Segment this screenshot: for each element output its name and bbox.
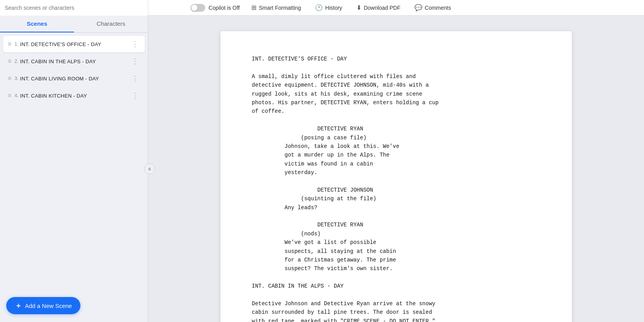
- script-page: INT. DETECTIVE'S OFFICE - DAY A small, d…: [221, 31, 572, 322]
- add-scene-area: ＋ Add a New Scene: [0, 291, 148, 322]
- scene-number-4: 4.: [14, 93, 18, 98]
- history-icon: 🕐: [315, 4, 323, 11]
- scene-item-2[interactable]: ≡ 2. INT. CABIN IN THE ALPS - DAY ⋮: [3, 53, 145, 69]
- download-pdf-label: Download PDF: [364, 5, 400, 11]
- toggle-thumb: [191, 5, 197, 11]
- scene-number-1: 1.: [14, 41, 18, 47]
- toolbar-center: Copilot is Off ⊞ Smart Formatting 🕐 Hist…: [190, 2, 453, 13]
- scene-title-1: INT. DETECTIVE'S OFFICE - DAY: [20, 41, 130, 47]
- scene-number-3: 3.: [14, 76, 18, 81]
- scene-menu-btn-1[interactable]: ⋮: [130, 40, 140, 48]
- smart-formatting-label: Smart Formatting: [259, 5, 301, 11]
- tab-scenes[interactable]: Scenes: [0, 16, 74, 32]
- main-layout: Scenes Characters ≡ 1. INT. DETECTIVE'S …: [0, 16, 644, 322]
- history-label: History: [325, 5, 342, 11]
- drag-handle-1[interactable]: ≡: [8, 41, 11, 48]
- tab-bar: Scenes Characters: [0, 16, 148, 33]
- toggle-track[interactable]: [190, 4, 205, 12]
- scene-item-4[interactable]: ≡ 4. INT. CABIN KITCHEN - DAY ⋮: [3, 87, 145, 104]
- scene-item-1[interactable]: ≡ 1. INT. DETECTIVE'S OFFICE - DAY ⋮: [3, 36, 145, 52]
- search-input[interactable]: [5, 5, 143, 11]
- drag-handle-4[interactable]: ≡: [8, 92, 11, 99]
- copilot-label: Copilot is Off: [208, 5, 240, 11]
- comments-icon: 💬: [415, 4, 422, 11]
- history-button[interactable]: 🕐 History: [313, 2, 345, 13]
- smart-formatting-button[interactable]: ⊞ Smart Formatting: [249, 2, 303, 13]
- scene-menu-btn-3[interactable]: ⋮: [130, 74, 140, 83]
- copilot-toggle[interactable]: Copilot is Off: [190, 4, 240, 12]
- scene-number-2: 2.: [14, 59, 18, 64]
- download-pdf-button[interactable]: ⬇ Download PDF: [354, 2, 403, 13]
- tab-characters[interactable]: Characters: [74, 16, 148, 32]
- scene-menu-btn-4[interactable]: ⋮: [130, 91, 140, 100]
- scene-title-2: INT. CABIN IN THE ALPS - DAY: [20, 59, 130, 64]
- drag-handle-3[interactable]: ≡: [8, 75, 11, 82]
- drag-handle-2[interactable]: ≡: [8, 58, 11, 65]
- scene-item-3[interactable]: ≡ 3. INT. CABIN LIVING ROOM - DAY ⋮: [3, 70, 145, 87]
- scene-menu-btn-2[interactable]: ⋮: [130, 57, 140, 66]
- collapse-icon: ≡: [148, 166, 151, 172]
- script-area: INT. DETECTIVE'S OFFICE - DAY A small, d…: [148, 16, 644, 322]
- scene-title-4: INT. CABIN KITCHEN - DAY: [20, 93, 130, 99]
- scene-title-3: INT. CABIN LIVING ROOM - DAY: [20, 76, 130, 82]
- sidebar: Scenes Characters ≡ 1. INT. DETECTIVE'S …: [0, 16, 148, 322]
- add-scene-button[interactable]: ＋ Add a New Scene: [6, 297, 80, 314]
- script-content[interactable]: INT. DETECTIVE'S OFFICE - DAY A small, d…: [252, 55, 541, 322]
- add-scene-plus-icon: ＋: [15, 301, 22, 310]
- scene-list: ≡ 1. INT. DETECTIVE'S OFFICE - DAY ⋮ ≡ 2…: [0, 33, 148, 291]
- comments-label: Comments: [425, 5, 451, 11]
- add-scene-label: Add a New Scene: [25, 302, 72, 309]
- smart-formatting-icon: ⊞: [251, 4, 256, 11]
- collapse-sidebar-button[interactable]: ≡: [144, 164, 155, 174]
- comments-button[interactable]: 💬 Comments: [412, 2, 454, 13]
- download-icon: ⬇: [356, 4, 361, 11]
